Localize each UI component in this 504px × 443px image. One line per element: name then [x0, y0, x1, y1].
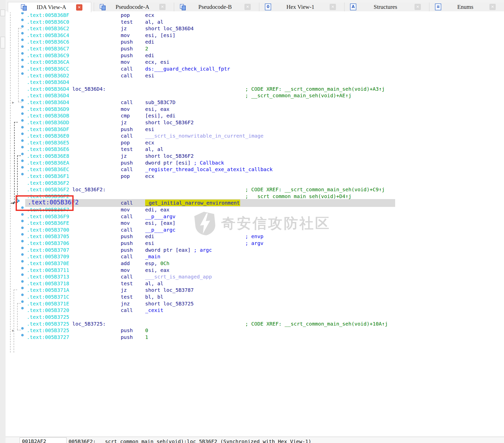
asm-line[interactable]: .text:005B371Ctestbl, bl: [6, 294, 504, 300]
asm-line[interactable]: .text:005B3718testal, al: [6, 280, 504, 287]
address: .text:005B36E0: [27, 133, 69, 139]
asm-line[interactable]: .text:005B3706pushesi; argv: [6, 240, 504, 247]
asm-line[interactable]: .text:005B36E0call___scrt_is_nonwritable…: [6, 133, 504, 139]
operands: short loc_5B36F2: [145, 153, 194, 160]
operands: dword ptr [esi] ; Callback: [145, 160, 224, 166]
asm-line[interactable]: .text:005B36CAmovecx, esi: [6, 59, 504, 66]
asm-line[interactable]: ▸.text:005B36D4callsub_5B3C7D: [6, 99, 504, 106]
asm-line[interactable]: .text:005B370Eaddesp, 0Ch: [6, 260, 504, 267]
close-icon[interactable]: ✕: [76, 4, 82, 11]
instruction-dot: [21, 334, 24, 336]
instruction-dot: [21, 327, 24, 330]
asm-line[interactable]: .text:005B3709call_main: [6, 253, 504, 260]
hex-tab-icon: 0: [265, 4, 271, 10]
asm-line[interactable]: .text:005B36ECcall_register_thread_local…: [6, 166, 504, 173]
asm-line[interactable]: .text:005B36EApushdword ptr [esi] ; Call…: [6, 160, 504, 166]
close-icon[interactable]: ✕: [159, 4, 166, 10]
comment: ; CODE XREF: __scrt_common_main_seh(void…: [245, 321, 388, 327]
operands: ecx: [145, 139, 154, 146]
asm-line[interactable]: .text:005B36F2; __scrt_common_main_seh(v…: [6, 193, 504, 200]
asm-line[interactable]: .text:005B36F2loc_5B36F2:; CODE XREF: __…: [6, 186, 504, 193]
asm-line[interactable]: .text:005B3707pushdword ptr [eax] ; argc: [6, 247, 504, 254]
asm-line[interactable]: .text:005B36C2jzshort loc_5B36D4: [6, 25, 504, 32]
tab-pseudocode-b[interactable]: Pseudocode-B✕: [174, 3, 259, 11]
tab-ida-view-a[interactable]: IDA View-A✕: [8, 2, 91, 12]
asm-line[interactable]: .text:005B36C9pushedi: [6, 52, 504, 59]
asm-line[interactable]: .text:005B3727push1: [6, 334, 504, 341]
asm-line[interactable]: .text:005B36FEmovesi, [eax]: [6, 220, 504, 227]
asm-line[interactable]: .text:005B36D2callesi: [6, 72, 504, 79]
asm-line[interactable]: .text:005B371Ajzshort loc_5B3787: [6, 287, 504, 294]
asm-line[interactable]: .text:005B371Ejnzshort loc_5B3725: [6, 300, 504, 307]
asm-line[interactable]: →.text:005B36F2call_get_initial_narrow_e…: [6, 200, 504, 206]
address: .text:005B36DB: [27, 112, 69, 119]
close-icon[interactable]: ✕: [415, 4, 421, 10]
windows-tab-icon: [100, 4, 106, 10]
mnemonic: push: [121, 126, 133, 133]
asm-line[interactable]: .text:005B3720call_cexit: [6, 307, 504, 314]
address: .text:005B36C4: [27, 32, 69, 39]
asm-line[interactable]: .text:005B36E5popecx: [6, 139, 504, 146]
asm-line[interactable]: .text:005B36D4loc_5B36D4:; CODE XREF: __…: [6, 86, 504, 92]
asm-line[interactable]: ▸.text:005B3725push0: [6, 327, 504, 334]
tab-structures[interactable]: AStructures✕: [344, 3, 429, 11]
address: .text:005B36F1: [27, 173, 69, 180]
tab-label: Enums: [441, 4, 489, 10]
tab-enums[interactable]: ≡Enums✕: [429, 3, 504, 11]
operands: short loc_5B3725: [145, 300, 194, 307]
instruction-dot: [21, 59, 24, 61]
asm-line[interactable]: .text:005B36C7push2: [6, 45, 504, 52]
address: .text:005B370E: [27, 260, 69, 267]
instruction-dot: [21, 39, 24, 41]
close-icon[interactable]: ✕: [244, 4, 251, 10]
disassembly-listing[interactable]: .text:005B36BFpopecx.text:005B36C0testal…: [6, 11, 504, 437]
asm-line[interactable]: .text:005B3700call__p___argc: [6, 227, 504, 233]
asm-line[interactable]: .text:005B36C4movesi, [esi]: [6, 32, 504, 39]
tab-label: Pseudocode-A: [106, 4, 159, 10]
close-icon[interactable]: ✕: [489, 4, 496, 10]
asm-line[interactable]: .text:005B3725: [6, 314, 504, 321]
highlight-annotation-box: [16, 195, 74, 211]
windows-tab-icon: [180, 4, 186, 10]
asm-line[interactable]: .text:005B36F1popecx: [6, 173, 504, 180]
instruction-dot: [21, 240, 24, 242]
asm-line[interactable]: .text:005B36F9call__p___argv: [6, 213, 504, 220]
asm-line[interactable]: .text:005B3713call___scrt_is_managed_app: [6, 273, 504, 280]
operands: _cexit: [145, 307, 163, 314]
asm-line[interactable]: .text:005B36C6pushedi: [6, 39, 504, 45]
asm-line[interactable]: .text:005B3705pushedi; envp: [6, 233, 504, 240]
asm-line[interactable]: .text:005B36D4; __scrt_common_main_seh(v…: [6, 92, 504, 99]
operands: esi: [145, 72, 154, 79]
enum-tab-icon: ≡: [435, 4, 441, 10]
operands: short loc_5B36D4: [145, 25, 194, 32]
operands: dword ptr [eax] ; argc: [145, 247, 212, 254]
asm-line[interactable]: .text:005B36D9movesi, eax: [6, 106, 504, 113]
asm-line[interactable]: .text:005B36F7movedi, eax: [6, 206, 504, 213]
edge-widget: [1, 37, 5, 48]
asm-line[interactable]: .text:005B36E8jzshort loc_5B36F2: [6, 153, 504, 160]
asm-line[interactable]: .text:005B36DBcmp[esi], edi: [6, 112, 504, 119]
asm-line[interactable]: .text:005B3725loc_5B3725:; CODE XREF: __…: [6, 321, 504, 327]
mnemonic: call: [121, 99, 133, 106]
asm-line[interactable]: .text:005B3711movesi, eax: [6, 267, 504, 274]
close-icon[interactable]: ✕: [330, 4, 336, 10]
operands: esp, 0Ch: [145, 260, 169, 267]
asm-line[interactable]: .text:005B36DFpushesi: [6, 126, 504, 133]
asm-line[interactable]: .text:005B36D4: [6, 79, 504, 86]
mnemonic: push: [121, 327, 133, 334]
tab-hex-view-1[interactable]: 0Hex View-1✕: [259, 3, 344, 11]
instruction-dot: [21, 133, 24, 135]
tab-pseudocode-a[interactable]: Pseudocode-A✕: [94, 3, 174, 11]
address: .text:005B36EA: [27, 160, 69, 166]
address: .text:005B3705: [27, 233, 69, 240]
operands: al, al: [145, 146, 163, 153]
operands: [esi], edi: [145, 112, 175, 119]
asm-line[interactable]: .text:005B36BFpopecx: [6, 12, 504, 19]
asm-line[interactable]: .text:005B36F2: [6, 180, 504, 186]
asm-line[interactable]: .text:005B36CCcallds:___guard_check_ical…: [6, 66, 504, 72]
ida-window: IDA View-A✕Pseudocode-A✕Pseudocode-B✕0He…: [0, 0, 504, 443]
asm-line[interactable]: .text:005B36DDjzshort loc_5B36F2: [6, 119, 504, 126]
asm-line[interactable]: .text:005B36E6testal, al: [6, 146, 504, 153]
asm-line[interactable]: .text:005B36C0testal, al: [6, 19, 504, 25]
mnemonic: call: [121, 72, 133, 79]
